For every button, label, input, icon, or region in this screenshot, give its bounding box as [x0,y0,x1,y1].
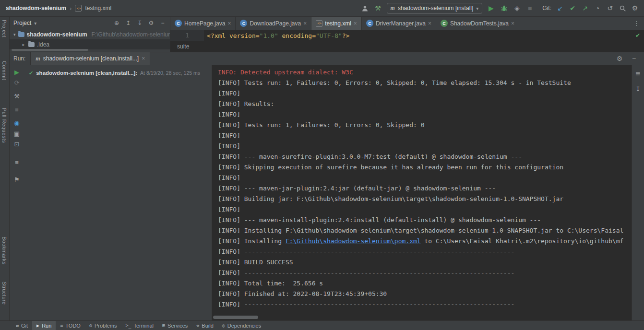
console-hscrollbar[interactable] [213,316,258,319]
expand-all-icon[interactable]: ↧ [136,18,143,28]
search-icon[interactable] [618,3,627,13]
tool-stripe-commit[interactable]: Commit [1,61,7,80]
toolbar-git-actions: ↙✔↗◔↺⚙ [556,3,639,13]
inspection-ok-icon[interactable]: ✔ [635,32,640,39]
run-options-gear-icon[interactable]: ⚙ [615,54,624,63]
run-header-icons: ⚙− [615,52,644,65]
soft-wrap-icon[interactable]: ≣ [634,69,642,79]
settings-gear-icon[interactable]: ⚙ [631,3,639,13]
console-line: [INFO] Total time: 25.656 s [218,278,632,289]
console-side-toolbar: ≣↧ [632,65,644,320]
console-line: [INFO] --- maven-install-plugin:2.4:inst… [218,215,632,225]
test-result-row[interactable]: ✔ shadowdom-selenium [clean,install...]:… [24,69,212,77]
chevron-collapsed-icon[interactable]: ▸ [21,42,26,47]
rerun-icon[interactable]: ▶ [14,69,19,75]
java-class-icon: C [366,20,373,27]
horizontal-scrollbar[interactable] [12,49,88,51]
breadcrumb-project[interactable]: shadowdom-selenium [6,5,66,12]
editor-tab-shadowdomtests-java[interactable]: CShadowDomTests.java× [436,17,519,30]
rollback-icon[interactable]: ↺ [606,3,614,13]
debug-button[interactable] [500,3,508,13]
project-tool-window: Project ▾ ⊕↥↧⚙− ▾ shadowdom-selenium F:\… [10,17,170,52]
editor-tab-drivermanager-java[interactable]: CDriverManager.java× [362,17,436,30]
close-icon[interactable]: × [303,20,307,27]
history-icon[interactable]: ◔ [593,3,602,13]
thread-dump-icon[interactable]: ▣ [14,130,20,137]
close-icon[interactable]: × [354,20,357,27]
user-icon[interactable] [361,3,370,13]
git-label: Git: [542,5,551,12]
console-line: [INFO] BUILD SUCCESS [218,257,632,268]
project-panel-header: Project ▾ ⊕↥↧⚙− [10,17,170,29]
options-menu-icon[interactable]: ≡ [15,159,19,165]
close-icon[interactable]: × [511,20,514,27]
statusbar-todo[interactable]: ≡TODO [56,321,85,330]
console-line: [INFO] [218,141,632,152]
xml-breadcrumb-suite[interactable]: suite [177,43,189,50]
pin-tab-icon[interactable]: ⚑ [14,177,20,183]
tab-label: testng.xml [325,20,351,27]
statusbar-run[interactable]: ▶Run [32,321,56,330]
chevron-expanded-icon[interactable]: ▾ [13,32,16,37]
update-project-icon[interactable]: ↙ [556,3,564,13]
tool-stripe-pull-requests[interactable]: Pull Requests [1,108,7,143]
statusbar-git[interactable]: ⇄Git [12,321,32,330]
stop-button[interactable]: ■ [525,3,534,13]
console-line: [INFO] Skipping execution of surefire be… [218,162,632,173]
editor-tab-downloadpage-java[interactable]: CDownloadPage.java× [236,17,311,30]
tool-stripe-project[interactable]: Project [1,20,7,37]
code-line[interactable]: <?xml version="1.0" encoding="UTF-8"?> [204,32,635,39]
breadcrumb-file[interactable]: testng.xml [85,5,111,12]
rerun-failed-tests-icon[interactable]: ⟳ [14,80,20,86]
show-passed-icon[interactable]: ◉ [14,120,19,126]
hide-panel-icon[interactable]: − [159,18,166,28]
close-icon[interactable]: × [142,55,145,62]
close-icon[interactable]: × [428,20,431,27]
tree-item-project-root[interactable]: ▾ shadowdom-selenium F:\Github\shadowdom… [10,29,170,39]
code-token: "1.0" [260,32,278,39]
editor-tab-testng-xml[interactable]: <>testng.xml× [311,17,362,30]
locate-file-icon[interactable]: ⊕ [113,18,120,28]
editor-area: CHomePage.java×CDownloadPage.java×<>test… [170,17,644,52]
editor-tab-homepage-java[interactable]: CHomePage.java× [170,17,236,30]
tool-stripe-structure[interactable]: Structure [1,282,7,305]
editor-code-row: 1 <?xml version="1.0" encoding="UTF-8"?>… [170,30,644,41]
statusbar-git-icon: ⇄ [16,323,19,328]
statusbar-services[interactable]: ⊞Services [158,321,192,330]
code-token: encoding= [278,32,316,39]
console-output[interactable]: INFO: Detected upstream dialect: W3C[INF… [212,65,632,320]
tool-stripe-bookmarks[interactable]: Bookmarks [1,236,7,265]
statusbar-label: Services [167,323,188,329]
statusbar-build[interactable]: ⚒Build [192,321,218,330]
run-button[interactable]: ▶ [487,3,495,13]
console-text: [INFO] Installing [218,237,286,245]
tab-options-icon[interactable]: ⋮ [629,17,644,30]
tree-root-name: shadowdom-selenium [27,31,87,38]
close-icon[interactable]: × [227,20,231,27]
collapse-all-icon[interactable]: ↥ [125,18,131,28]
coverage-button[interactable]: ◈ [513,3,521,13]
scroll-to-end-icon[interactable]: ↧ [634,84,642,94]
project-panel-title[interactable]: Project [13,20,31,26]
statusbar-terminal[interactable]: >_Terminal [121,321,158,330]
console-line: [INFO] Installing F:\Github\shadowdom-se… [218,225,632,236]
console-line: [INFO] Building jar: F:\Github\shadowdom… [218,194,632,204]
tree-item-idea-folder[interactable]: ▸ .idea [10,39,170,49]
run-config-tab[interactable]: m shadowdom-selenium [clean,install...] … [30,52,150,65]
build-settings-icon[interactable]: ⚒ [14,93,20,99]
test-history-icon[interactable]: ⊡ [14,141,20,147]
build-project-icon[interactable]: ⚒ [374,3,382,13]
statusbar-problems[interactable]: ⊘Problems [85,321,121,330]
console-line: [INFO] Tests run: 1, Failures: 0, Errors… [218,120,632,130]
project-options-gear-icon[interactable]: ⚙ [148,18,155,28]
run-config-select[interactable]: m shadowdom-selenium [install] ▾ [387,3,483,14]
console-line: [INFO] Tests run: 1, Failures: 0, Errors… [218,78,632,88]
commit-icon[interactable]: ✔ [568,3,577,13]
java-class-icon: C [175,20,182,27]
code-token: "UTF-8" [316,32,342,39]
statusbar-dependencies[interactable]: ◎Dependencies [218,321,265,330]
stop-icon[interactable]: ■ [15,106,19,113]
push-icon[interactable]: ↗ [581,3,589,13]
console-file-link[interactable]: F:\Github\shadowdom-selenium\pom.xml [286,237,421,245]
hide-run-panel-icon[interactable]: − [630,54,638,63]
